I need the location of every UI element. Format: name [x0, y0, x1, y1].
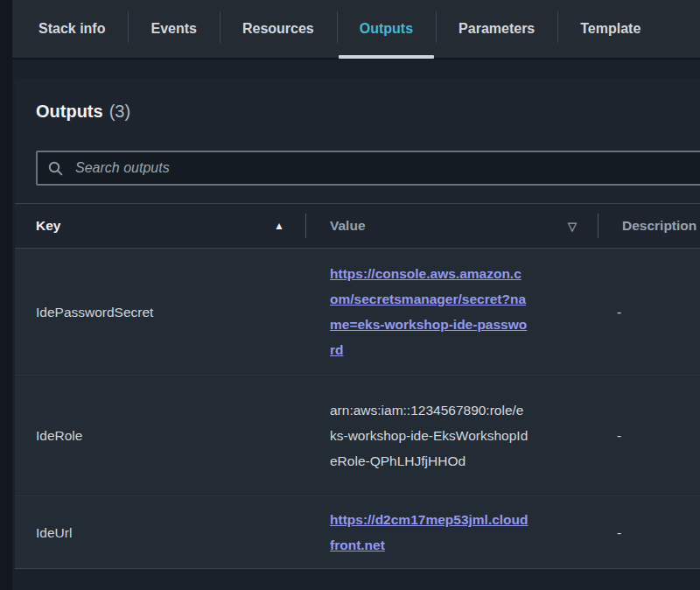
tab-events[interactable]: Events	[128, 0, 219, 58]
table-row: IdeUrl https://d2cm17mep53jml.cloudfront…	[15, 496, 700, 568]
sort-icon[interactable]: ▽	[568, 220, 577, 233]
tab-template[interactable]: Template	[557, 0, 663, 58]
outputs-count-badge: (3)	[109, 102, 130, 121]
output-description-cell: -	[598, 376, 700, 495]
outputs-panel-header: Outputs(3)	[15, 79, 700, 203]
output-value-cell: arn:aws:iam::1234567890:role/eks-worksho…	[305, 376, 598, 495]
output-value-text: arn:aws:iam::1234567890:role/eks-worksho…	[330, 397, 529, 474]
tab-outputs[interactable]: Outputs	[337, 0, 436, 58]
column-header-key[interactable]: Key ▲	[15, 204, 305, 248]
stack-tabs: Stack info Events Resources Outputs Para…	[12, 0, 700, 60]
page: Stack info Events Resources Outputs Para…	[12, 0, 700, 590]
output-description-cell: -	[598, 496, 700, 568]
output-description-cell: -	[598, 249, 700, 375]
output-value-cell: https://console.aws.amazon.com/secretsma…	[305, 249, 598, 375]
search-input[interactable]	[74, 159, 691, 177]
tab-parameters[interactable]: Parameters	[436, 0, 557, 58]
column-header-description[interactable]: Description	[598, 204, 700, 248]
table-header: Key ▲ Value ▽ Description	[15, 203, 700, 249]
search-icon	[48, 161, 63, 176]
outputs-title-text: Outputs	[36, 102, 103, 121]
output-key-cell: IdePasswordSecret	[15, 249, 305, 375]
output-key-cell: IdeUrl	[15, 496, 305, 568]
output-value-link[interactable]: https://console.aws.amazon.com/secretsma…	[330, 261, 529, 362]
output-key-cell: IdeRole	[15, 376, 305, 495]
tab-resources[interactable]: Resources	[220, 0, 337, 58]
column-header-key-label: Key	[36, 218, 60, 234]
table-row: IdePasswordSecret https://console.aws.am…	[15, 249, 700, 376]
outputs-panel: Outputs(3) Key ▲ Value ▽	[15, 79, 700, 569]
column-header-value-label: Value	[330, 218, 366, 234]
output-value-cell: https://d2cm17mep53jml.cloudfront.net	[305, 496, 598, 568]
page-title: Outputs(3)	[36, 100, 700, 123]
column-header-value[interactable]: Value ▽	[305, 204, 598, 248]
output-value-link[interactable]: https://d2cm17mep53jml.cloudfront.net	[330, 507, 529, 558]
search-box[interactable]	[36, 151, 700, 186]
sort-ascending-icon[interactable]: ▲	[274, 220, 284, 232]
tab-stack-info[interactable]: Stack info	[16, 0, 128, 58]
column-header-description-label: Description	[622, 218, 696, 234]
table-row: IdeRole arn:aws:iam::1234567890:role/eks…	[15, 376, 700, 496]
